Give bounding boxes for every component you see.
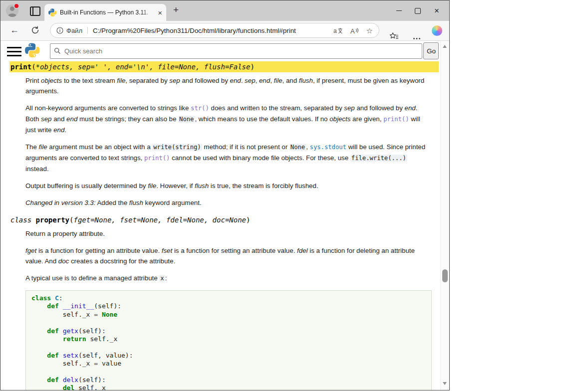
text-segment (59, 376, 63, 384)
text-segment: fset (162, 247, 172, 254)
text-segment: self._x (86, 335, 118, 343)
text-segment: ( (31, 63, 35, 71)
doc-paragraph: Return a property attribute. (25, 228, 432, 239)
text-segment: , (256, 77, 259, 84)
doc-link[interactable]: print() (383, 116, 409, 123)
text-segment: (self): (78, 376, 106, 384)
text-segment: , which means to use the default values.… (195, 115, 329, 123)
read-aloud-button[interactable]: A (350, 27, 359, 34)
text-segment: and followed by (180, 77, 230, 84)
text-segment: cannot be used with binary mode file obj… (170, 154, 350, 162)
text-segment (31, 343, 35, 351)
doc-paragraph: fget is a function for getting an attrib… (25, 245, 432, 266)
scroll-down-icon[interactable] (443, 382, 447, 385)
tab-close-icon[interactable]: × (158, 9, 162, 16)
text-segment: sep (344, 104, 354, 112)
text-segment: doc (58, 257, 69, 265)
maximize-button[interactable] (408, 0, 427, 21)
back-button[interactable]: ← (10, 25, 19, 36)
text-segment: Print (25, 77, 41, 84)
code-line: class C: (31, 294, 426, 302)
quick-search-input[interactable] (50, 43, 422, 59)
text-segment (51, 294, 55, 302)
doc-paragraph: A typical use is to define a managed att… (25, 273, 432, 284)
search-go-button[interactable]: Go (423, 42, 439, 59)
code-line (31, 368, 426, 376)
text-segment: def (47, 352, 58, 359)
doc-link[interactable]: print() (144, 155, 170, 162)
text-segment: fdel (297, 247, 307, 254)
address-bar[interactable]: Файл C:/Program%20Files/Python311/Doc/ht… (50, 23, 379, 38)
text-segment: sep (41, 115, 51, 123)
minimize-icon (396, 10, 402, 11)
property-signature: class property(fget=None, fset=None, fde… (9, 214, 439, 225)
text-segment: value (98, 360, 121, 367)
code-line: self._x = None (31, 311, 426, 319)
read-aloud-icon: A (350, 27, 359, 34)
minimize-button[interactable] (389, 0, 408, 21)
text-segment: getx (63, 327, 78, 335)
property-description: Return a property attribute. fget is a f… (25, 228, 439, 390)
translate-button[interactable]: a (333, 27, 343, 34)
new-tab-button[interactable]: + (173, 4, 179, 15)
text-segment: Return a property attribute. (25, 230, 105, 237)
text-segment: is a function for getting an attribute v… (36, 247, 162, 254)
text-segment: None (289, 144, 306, 151)
refresh-button[interactable] (31, 26, 39, 34)
vertical-scrollbar[interactable] (440, 41, 449, 390)
text-segment (59, 302, 63, 310)
text-segment: does and written to the stream, separate… (209, 104, 344, 112)
text-segment (31, 335, 63, 343)
text-segment: self._x (31, 360, 94, 367)
text-segment: objects (41, 77, 62, 84)
text-segment: . (64, 126, 66, 134)
text-segment: def (47, 376, 58, 384)
text-segment: ) (246, 216, 250, 224)
url-text[interactable]: C:/Program%20Files/Python311/Doc/html/li… (93, 27, 326, 34)
text-segment: is true, the stream is forcibly flushed. (209, 182, 318, 190)
python-logo[interactable] (25, 43, 39, 57)
tab-strip: Built-in Functions — Python 3.11. × + × (0, 0, 449, 21)
tab-title: Built-in Functions — Python 3.11. (60, 9, 154, 16)
text-segment: sep (245, 77, 255, 84)
copilot-icon[interactable] (432, 25, 442, 36)
favorites-list-icon (389, 32, 399, 40)
doc-paragraph: The file argument must be an object with… (25, 142, 432, 174)
code-line (31, 343, 426, 351)
doc-link[interactable]: sys.stdout (310, 144, 346, 151)
active-tab[interactable]: Built-in Functions — Python 3.11. × (44, 4, 166, 21)
text-segment: , separated by (125, 77, 169, 84)
site-permission-label[interactable]: Файл (66, 27, 82, 34)
print-description: Print objects to the text stream file, s… (25, 75, 439, 208)
favorite-star-button[interactable]: ☆ (366, 27, 373, 34)
text-segment: class (10, 216, 36, 224)
scrollbar-thumb[interactable] (442, 269, 448, 282)
text-segment: Output buffering is usually determined b… (25, 182, 148, 190)
profile-avatar-button[interactable] (6, 4, 18, 17)
info-icon[interactable] (56, 27, 63, 34)
close-button[interactable]: × (427, 0, 446, 21)
maximize-icon (415, 8, 421, 14)
doc-link[interactable]: str() (191, 105, 209, 112)
text-segment: x (159, 275, 165, 282)
text-segment: : (59, 294, 63, 302)
text-segment: delx (63, 376, 78, 384)
menu-hamburger-button[interactable] (7, 47, 21, 59)
code-line: return self._x (31, 335, 426, 343)
text-segment: argument must be an object with a (47, 143, 153, 151)
text-segment: file (274, 77, 283, 84)
text-segment: objects (329, 115, 350, 123)
text-segment: instead. (25, 165, 49, 173)
text-segment: file.write(...) (350, 155, 407, 162)
text-segment: class (31, 294, 51, 302)
text-segment: self._x (74, 384, 106, 390)
text-segment: is a function for setting an attribute v… (172, 247, 297, 254)
text-segment: print (10, 63, 31, 71)
text-segment: = (94, 311, 98, 318)
text-segment: ) (250, 63, 254, 71)
browser-window: Built-in Functions — Python 3.11. × + × … (0, 0, 450, 391)
tab-actions-icon[interactable] (30, 6, 40, 16)
text-segment: to the text stream (62, 77, 117, 84)
code-line: def getx(self): (31, 327, 426, 335)
scroll-up-icon[interactable] (443, 45, 447, 48)
